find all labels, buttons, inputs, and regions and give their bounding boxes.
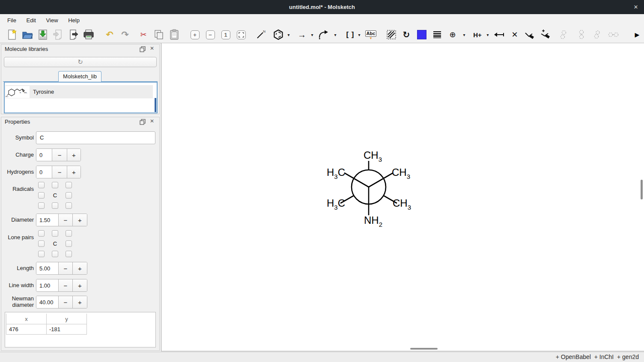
charge-value[interactable]: 0 xyxy=(36,149,52,161)
new-file-icon[interactable] xyxy=(6,28,18,42)
list-item-tyrosine[interactable]: HOHNH₂ Tyrosine xyxy=(5,85,153,98)
length-increment-button[interactable]: + xyxy=(72,262,87,274)
delete-tool-icon[interactable]: ✕ xyxy=(509,28,521,42)
zoom-fit-icon[interactable] xyxy=(235,28,247,42)
paste-icon[interactable] xyxy=(168,28,180,42)
ring-tool-icon[interactable] xyxy=(272,28,284,42)
lone-pair-checkbox[interactable] xyxy=(38,240,45,247)
undo-icon[interactable]: ↶ xyxy=(104,28,116,42)
redo-icon[interactable]: ↷ xyxy=(119,28,131,42)
menu-edit[interactable]: Edit xyxy=(22,14,40,27)
lone-pair-checkbox[interactable] xyxy=(38,251,45,257)
diameter-value[interactable]: 1.50 xyxy=(36,214,58,226)
curved-arrow-tool-icon[interactable] xyxy=(318,28,330,42)
title-bar[interactable]: untitled.mol* - Molsketch ✕ xyxy=(0,0,644,14)
radical-checkbox[interactable] xyxy=(38,202,45,209)
charge-dropdown-icon[interactable]: ▾ xyxy=(461,28,468,42)
coords-cell-y[interactable]: -181 xyxy=(46,324,87,335)
toolbar-overflow-icon[interactable]: ▶ xyxy=(631,28,643,42)
lone-pair-checkbox[interactable] xyxy=(66,240,72,247)
zoom-in-icon[interactable]: + xyxy=(189,28,201,42)
lone-pair-checkbox[interactable] xyxy=(52,230,58,237)
newman-diameter-value[interactable]: 40.00 xyxy=(36,296,58,308)
disabled-tool-3-icon[interactable] xyxy=(591,28,603,42)
charge-increment-button[interactable]: + xyxy=(67,149,80,161)
menu-file[interactable]: File xyxy=(3,14,21,27)
lone-pair-checkbox[interactable] xyxy=(66,230,72,237)
hatch-selection-icon[interactable] xyxy=(385,28,397,42)
import-file-icon[interactable] xyxy=(52,28,64,42)
atom-label-h3c-lower-left[interactable]: H3C xyxy=(322,197,345,211)
float-panel-icon[interactable] xyxy=(140,119,146,125)
push-arrow-tool-icon[interactable] xyxy=(493,28,505,42)
copy-icon[interactable] xyxy=(153,28,165,42)
canvas-horizontal-scrollbar[interactable] xyxy=(410,348,438,350)
library-list-scrollbar[interactable] xyxy=(155,98,156,112)
hydrogen-dropdown-icon[interactable]: ▾ xyxy=(484,28,491,42)
tab-molsketch-lib[interactable]: Molsketch_lib xyxy=(58,71,101,82)
atom-label-nh2-bottom[interactable]: NH2 xyxy=(364,214,382,228)
radical-checkbox[interactable] xyxy=(38,182,45,188)
lone-pair-checkbox[interactable] xyxy=(38,230,45,237)
molecule-library-list[interactable]: HOHNH₂ Tyrosine xyxy=(4,82,158,113)
hammer-tool-icon[interactable] xyxy=(524,28,536,42)
atom-label-ch3-top[interactable]: CH3 xyxy=(364,149,382,163)
refresh-libraries-button[interactable]: ↻ xyxy=(4,57,157,67)
newman-diameter-decrement-button[interactable]: − xyxy=(58,296,72,308)
open-file-icon[interactable] xyxy=(21,28,33,42)
coords-cell-x[interactable]: 476 xyxy=(6,324,47,335)
export-file-icon[interactable] xyxy=(68,28,80,42)
length-decrement-button[interactable]: − xyxy=(58,262,72,274)
line-width-decrement-button[interactable]: − xyxy=(58,279,72,291)
symbol-input[interactable]: C xyxy=(36,131,155,144)
atom-label-ch3-lower-right[interactable]: CH3 xyxy=(393,197,411,211)
curved-arrow-dropdown-icon[interactable]: ▾ xyxy=(332,28,339,42)
window-close-icon[interactable]: ✕ xyxy=(630,0,641,14)
color-swatch[interactable] xyxy=(416,28,428,42)
arrow-tool-icon[interactable]: → xyxy=(296,28,308,42)
atom-label-h3c-upper-left[interactable]: H3C xyxy=(322,166,345,180)
radical-checkbox[interactable] xyxy=(52,202,58,209)
menu-view[interactable]: View xyxy=(42,14,63,27)
radical-checkbox[interactable] xyxy=(38,192,45,199)
line-width-increment-button[interactable]: + xyxy=(72,279,87,291)
disabled-tool-4-icon[interactable] xyxy=(606,28,621,42)
length-value[interactable]: 5.00 xyxy=(36,262,58,274)
close-panel-icon[interactable]: ✕ xyxy=(150,118,154,124)
canvas-vertical-scrollbar[interactable] xyxy=(641,180,643,199)
charge-tool-icon[interactable]: ⊕ xyxy=(447,28,459,42)
arrow-dropdown-icon[interactable]: ▾ xyxy=(309,28,316,42)
hydrogens-increment-button[interactable]: + xyxy=(67,166,80,178)
diameter-increment-button[interactable]: + xyxy=(72,214,87,226)
hydrogens-value[interactable]: 0 xyxy=(36,166,52,178)
brackets-tool-icon[interactable]: [ ] xyxy=(343,28,358,42)
line-width-value[interactable]: 1.00 xyxy=(36,279,58,291)
atom-label-ch3-upper-right[interactable]: CH3 xyxy=(392,166,410,180)
radical-checkbox[interactable] xyxy=(66,202,72,209)
brackets-dropdown-icon[interactable]: ▾ xyxy=(356,28,363,42)
lone-pair-checkbox[interactable] xyxy=(52,251,58,257)
diameter-decrement-button[interactable]: − xyxy=(58,214,72,226)
hammer-plus-tool-icon[interactable] xyxy=(540,28,552,42)
radical-checkbox[interactable] xyxy=(66,182,72,188)
print-icon[interactable] xyxy=(83,28,95,42)
draw-bond-icon[interactable]: N xyxy=(255,28,267,42)
radical-checkbox[interactable] xyxy=(66,192,72,199)
newman-projection-molecule[interactable]: CH3 H3C CH3 H3C CH3 NH2 xyxy=(314,141,425,232)
menu-help[interactable]: Help xyxy=(64,14,84,27)
radical-checkbox[interactable] xyxy=(52,182,58,188)
hydrogen-tool-icon[interactable]: H+ xyxy=(471,28,483,42)
zoom-original-icon[interactable]: 1 xyxy=(220,28,232,42)
newman-diameter-increment-button[interactable]: + xyxy=(72,296,87,308)
disabled-tool-2-icon[interactable] xyxy=(575,28,587,42)
charge-decrement-button[interactable]: − xyxy=(52,149,66,161)
save-file-icon[interactable] xyxy=(37,28,49,42)
cut-icon[interactable]: ✂ xyxy=(137,28,149,42)
line-width-icon[interactable] xyxy=(431,28,443,42)
ring-dropdown-icon[interactable]: ▾ xyxy=(285,28,292,42)
hydrogens-decrement-button[interactable]: − xyxy=(52,166,66,178)
zoom-out-icon[interactable]: − xyxy=(204,28,216,42)
disabled-tool-1-icon[interactable] xyxy=(558,28,569,42)
close-panel-icon[interactable]: ✕ xyxy=(150,45,154,51)
float-panel-icon[interactable] xyxy=(140,46,146,52)
